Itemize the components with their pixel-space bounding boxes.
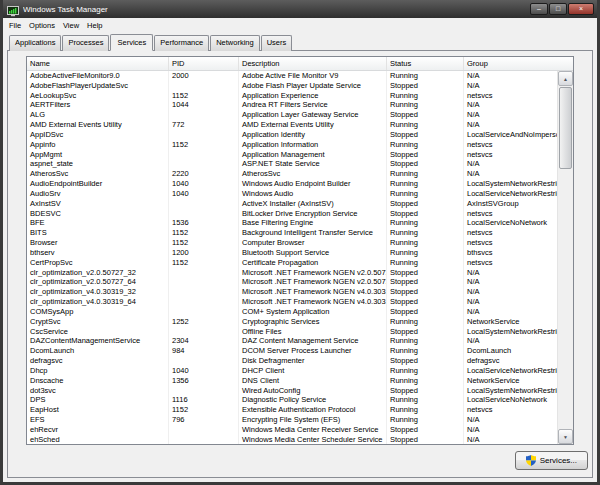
cell-status: Running — [387, 405, 464, 415]
cell-pid — [169, 327, 239, 337]
table-row[interactable]: clr_optimization_v2.0.50727_32Microsoft … — [27, 268, 557, 278]
column-header-description[interactable]: Description — [239, 57, 387, 70]
cell-status: Running — [387, 218, 464, 228]
cell-name: AdobeFlashPlayerUpdateSvc — [27, 81, 169, 91]
services-button[interactable]: Services... — [515, 451, 588, 470]
maximize-button[interactable]: □ — [549, 3, 567, 15]
table-row[interactable]: AERTFilters1044Andrea RT Filters Service… — [27, 100, 557, 110]
close-button[interactable]: × — [568, 3, 594, 15]
scrollbar-thumb[interactable] — [559, 87, 572, 169]
menu-item-help[interactable]: Help — [83, 20, 106, 31]
column-header-name[interactable]: Name — [27, 57, 169, 70]
cell-description: DCOM Server Process Launcher — [239, 346, 387, 356]
table-row[interactable]: clr_optimization_v4.0.30319_64Microsoft … — [27, 297, 557, 307]
table-row[interactable]: dot3svcWired AutoConfigStoppedLocalSyste… — [27, 386, 557, 396]
menu-item-view[interactable]: View — [59, 20, 83, 31]
cell-description: Diagnostic Policy Service — [239, 395, 387, 405]
table-row[interactable]: AxInstSVActiveX Installer (AxInstSV)Stop… — [27, 199, 557, 209]
cell-description: Extensible Authentication Protocol — [239, 405, 387, 415]
tab-users[interactable]: Users — [261, 35, 293, 51]
table-row[interactable]: DPS1116Diagnostic Policy ServiceRunningL… — [27, 395, 557, 405]
table-row[interactable]: AppMgmtApplication ManagementStoppednets… — [27, 150, 557, 160]
table-row[interactable]: EFS796Encrypting File System (EFS)Runnin… — [27, 415, 557, 425]
table-row[interactable]: aspnet_stateASP.NET State ServiceStopped… — [27, 159, 557, 169]
cell-description: Application Experience — [239, 91, 387, 101]
column-header-status[interactable]: Status — [387, 57, 464, 70]
table-row[interactable]: ALGApplication Layer Gateway ServiceStop… — [27, 110, 557, 120]
cell-status: Running — [387, 415, 464, 425]
table-row[interactable]: EapHost1152Extensible Authentication Pro… — [27, 405, 557, 415]
cell-group: N/A — [464, 287, 557, 297]
column-header-group[interactable]: Group — [464, 57, 557, 70]
column-header-pid[interactable]: PID — [169, 57, 239, 70]
table-row[interactable]: AdobeActiveFileMonitor9.02000Adobe Activ… — [27, 71, 557, 81]
tab-processes[interactable]: Processes — [62, 35, 109, 51]
table-row[interactable]: BDESVCBitLocker Drive Encryption Service… — [27, 209, 557, 219]
table-row[interactable]: BITS1152Background Intelligent Transfer … — [27, 228, 557, 238]
cell-pid — [169, 356, 239, 366]
table-row[interactable]: clr_optimization_v4.0.30319_32Microsoft … — [27, 287, 557, 297]
cell-status: Stopped — [387, 159, 464, 169]
cell-pid: 984 — [169, 346, 239, 356]
cell-group: netsvcs — [464, 228, 557, 238]
table-row[interactable]: Appinfo1152Application InformationRunnin… — [27, 140, 557, 150]
table-row[interactable]: AeLookupSvc1152Application ExperienceRun… — [27, 91, 557, 101]
table-row[interactable]: ehRecvrWindows Media Center Receiver Ser… — [27, 425, 557, 435]
cell-name: AxInstSV — [27, 199, 169, 209]
cell-name: AeLookupSvc — [27, 91, 169, 101]
table-row[interactable]: COMSysAppCOM+ System ApplicationStoppedN… — [27, 307, 557, 317]
menu-item-file[interactable]: File — [5, 20, 25, 31]
table-row[interactable]: AMD External Events Utility772AMD Extern… — [27, 120, 557, 130]
cell-pid — [169, 307, 239, 317]
table-row[interactable]: CscServiceOffline FilesStoppedLocalSyste… — [27, 327, 557, 337]
title-bar[interactable]: Windows Task Manager – □ × — [3, 0, 597, 18]
table-row[interactable]: AudioEndpointBuilder1040Windows Audio En… — [27, 179, 557, 189]
tab-networking[interactable]: Networking — [210, 35, 260, 51]
table-row[interactable]: clr_optimization_v2.0.50727_64Microsoft … — [27, 277, 557, 287]
cell-description: AtherosSvc — [239, 169, 387, 179]
cell-group: N/A — [464, 336, 557, 346]
cell-pid: 1152 — [169, 405, 239, 415]
cell-name: clr_optimization_v2.0.50727_32 — [27, 268, 169, 278]
scroll-down-icon[interactable]: ▼ — [558, 429, 573, 444]
vertical-scrollbar[interactable]: ▲ ▼ — [557, 71, 573, 444]
cell-status: Running — [387, 376, 464, 386]
table-row[interactable]: AdobeFlashPlayerUpdateSvcAdobe Flash Pla… — [27, 81, 557, 91]
scroll-up-icon[interactable]: ▲ — [558, 71, 573, 86]
table-row[interactable]: ehSchedWindows Media Center Scheduler Se… — [27, 435, 557, 444]
cell-pid: 1152 — [169, 238, 239, 248]
table-row[interactable]: DcomLaunch984DCOM Server Process Launche… — [27, 346, 557, 356]
tab-performance[interactable]: Performance — [154, 35, 209, 51]
cell-group: N/A — [464, 268, 557, 278]
table-row[interactable]: CryptSvc1252Cryptographic ServicesRunnin… — [27, 317, 557, 327]
table-row[interactable]: DAZContentManagementService2304DAZ Conte… — [27, 336, 557, 346]
minimize-button[interactable]: – — [530, 3, 548, 15]
table-row[interactable]: defragsvcDisk DefragmenterStoppeddefrags… — [27, 356, 557, 366]
cell-name: BFE — [27, 218, 169, 228]
table-row[interactable]: AtherosSvc2220AtherosSvcRunningN/A — [27, 169, 557, 179]
cell-description: DNS Client — [239, 376, 387, 386]
cell-description: Disk Defragmenter — [239, 356, 387, 366]
table-row[interactable]: AudioSrv1040Windows AudioRunningLocalSer… — [27, 189, 557, 199]
scrollbar-track[interactable] — [558, 170, 573, 429]
task-manager-window: Windows Task Manager – □ × FileOptionsVi… — [0, 0, 600, 485]
table-row[interactable]: Browser1152Computer BrowserRunningnetsvc… — [27, 238, 557, 248]
services-panel: NamePIDDescriptionStatusGroup AdobeActiv… — [7, 50, 593, 478]
cell-group: netsvcs — [464, 140, 557, 150]
cell-pid — [169, 386, 239, 396]
table-row[interactable]: Dhcp1040DHCP ClientRunningLocalServiceNe… — [27, 366, 557, 376]
cell-status: Running — [387, 189, 464, 199]
tab-applications[interactable]: Applications — [9, 35, 61, 51]
cell-name: CryptSvc — [27, 317, 169, 327]
tab-services[interactable]: Services — [110, 34, 153, 51]
table-row[interactable]: Dnscache1356DNS ClientRunningNetworkServ… — [27, 376, 557, 386]
cell-group: N/A — [464, 81, 557, 91]
cell-group: DcomLaunch — [464, 346, 557, 356]
table-row[interactable]: BFE1536Base Filtering EngineRunningLocal… — [27, 218, 557, 228]
menu-item-options[interactable]: Options — [25, 20, 59, 31]
table-row[interactable]: bthserv1200Bluetooth Support ServiceRunn… — [27, 248, 557, 258]
table-row[interactable]: AppIDSvcApplication IdentityStoppedLocal… — [27, 130, 557, 140]
cell-group: N/A — [464, 435, 557, 444]
table-row[interactable]: CertPropSvc1152Certificate PropagationRu… — [27, 258, 557, 268]
cell-name: Appinfo — [27, 140, 169, 150]
